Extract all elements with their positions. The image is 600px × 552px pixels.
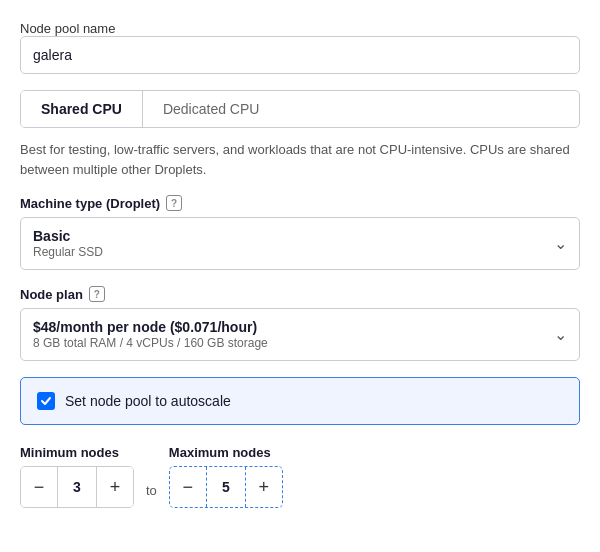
- autoscale-checkbox[interactable]: [37, 392, 55, 410]
- to-label: to: [146, 483, 157, 498]
- node-plan-main: $48/month per node ($0.071/hour): [33, 319, 268, 335]
- node-plan-dropdown-content: $48/month per node ($0.071/hour) 8 GB to…: [33, 319, 268, 350]
- machine-type-section: Machine type (Droplet) ? Basic Regular S…: [20, 195, 580, 270]
- minimum-nodes-increment[interactable]: +: [97, 467, 133, 507]
- cpu-description: Best for testing, low-traffic servers, a…: [20, 140, 580, 179]
- machine-type-chevron-icon: ⌄: [554, 234, 567, 253]
- machine-type-help-icon[interactable]: ?: [166, 195, 182, 211]
- node-plan-sub: 8 GB total RAM / 4 vCPUs / 160 GB storag…: [33, 336, 268, 350]
- autoscale-section[interactable]: Set node pool to autoscale: [20, 377, 580, 425]
- node-plan-help-icon[interactable]: ?: [89, 286, 105, 302]
- minimum-nodes-stepper: − 3 +: [20, 466, 134, 508]
- nodes-section: Minimum nodes − 3 + to Maximum nodes − 5…: [20, 445, 580, 508]
- minimum-nodes-decrement[interactable]: −: [21, 467, 57, 507]
- tab-dedicated-cpu[interactable]: Dedicated CPU: [143, 91, 280, 127]
- tab-shared-cpu[interactable]: Shared CPU: [21, 91, 143, 127]
- minimum-nodes-label: Minimum nodes: [20, 445, 134, 460]
- node-pool-name-section: Node pool name: [20, 20, 580, 90]
- maximum-nodes-group: Maximum nodes − 5 +: [169, 445, 283, 508]
- node-plan-chevron-icon: ⌄: [554, 325, 567, 344]
- node-plan-dropdown[interactable]: $48/month per node ($0.071/hour) 8 GB to…: [20, 308, 580, 361]
- maximum-nodes-stepper: − 5 +: [169, 466, 283, 508]
- maximum-nodes-decrement[interactable]: −: [170, 467, 206, 507]
- machine-type-main: Basic: [33, 228, 103, 244]
- maximum-nodes-value: 5: [206, 467, 246, 507]
- maximum-nodes-increment[interactable]: +: [246, 467, 282, 507]
- minimum-nodes-group: Minimum nodes − 3 +: [20, 445, 134, 508]
- machine-type-dropdown-content: Basic Regular SSD: [33, 228, 103, 259]
- autoscale-label: Set node pool to autoscale: [65, 393, 231, 409]
- checkmark-icon: [40, 395, 52, 407]
- machine-type-sub: Regular SSD: [33, 245, 103, 259]
- node-plan-label: Node plan: [20, 287, 83, 302]
- minimum-nodes-value: 3: [57, 467, 97, 507]
- maximum-nodes-label: Maximum nodes: [169, 445, 283, 460]
- machine-type-label: Machine type (Droplet): [20, 196, 160, 211]
- node-pool-name-label: Node pool name: [20, 21, 115, 36]
- cpu-tabs: Shared CPU Dedicated CPU: [20, 90, 580, 128]
- node-plan-section: Node plan ? $48/month per node ($0.071/h…: [20, 286, 580, 361]
- node-pool-name-input[interactable]: [20, 36, 580, 74]
- machine-type-dropdown[interactable]: Basic Regular SSD ⌄: [20, 217, 580, 270]
